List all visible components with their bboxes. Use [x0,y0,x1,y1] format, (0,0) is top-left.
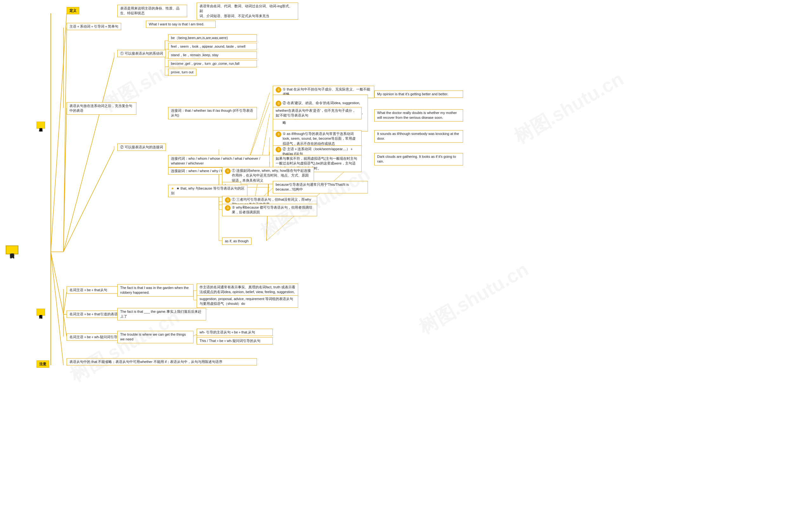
svg-line-30 [266,137,270,241]
circle-3: ① [276,132,281,137]
svg-line-7 [63,57,114,252]
feel-node: feel，seem，look，appear ,sound, taste，smel… [168,43,257,50]
struct3-label: 表语从句放在连系动词之后，充当复合句中的表语 [67,102,136,115]
common2-example: The fact is that ___ the game.事实上我们落后后来赶… [117,308,206,320]
because-text: because引导表语从句通常只用于'This/That/It is becau… [273,181,368,193]
struct4-label: ② 可以接表语从句的连接词 [117,143,166,151]
common3-text1: wh- 引导的主语从句＋be＋that.从句 [197,329,273,336]
become-node: become ,get，grow，turn ,go ,come, run,fal… [168,60,257,67]
be-node: be（being,been,am,is,are,was,were) [168,34,257,42]
definition-node: 定义 [67,7,79,14]
asif1-example: It sounds as if/though somebody was knoc… [374,130,463,142]
conjunction-label: 连接词：that / whether /as if /as though (if… [168,107,257,119]
proxy-label: 连接代词：who / whom / whose / which / what /… [168,155,270,167]
svg-line-51 [194,334,197,336]
whether-text: whether在表语从句中表'是否'，但不充当句子成分，如'不能'引导表语从句 [273,107,361,119]
svg-line-3 [51,252,63,365]
svg-line-26 [248,93,270,164]
struct2-label: ① 可以接表语从句的系动词 [117,50,166,57]
circle-6: ① [225,197,231,203]
note-node: 注意 [36,360,49,368]
whether-example: What the doctor really doubts is whether… [374,109,463,121]
asif-node: as if, as though [222,238,252,245]
definition-text1: 表语是用来说明主语的身份、性质、品生、特征和状态 [117,5,187,17]
circle-1: ① [276,87,281,93]
circle-2: ② [276,101,281,106]
svg-line-0 [51,13,67,252]
mind-map: 初中英语表语从句 定义 表语是用来说明主语的身份、性质、品生、特征和状态 表语常… [0,0,812,516]
that-why-because: ★ ★ that, why 与because 等引导表语从句的区别 [168,185,248,197]
that2-example: My opinion is that it's getting better a… [374,90,463,98]
diff2-node: ② ② why和because 都可引导表语从句，但用者强调结果，后者强调原因 [222,204,317,216]
common3-text2: This / That＋be＋wh-疑问词引导的从句 [197,337,273,345]
struct1-example: What I want to say is that I am tired. [146,21,216,28]
circle-7: ② [225,205,231,211]
asif3-example: Dark clouds are gathering. It looks as i… [374,153,463,165]
asif1-node: ① ① as if/though引导的表语从句常置于连系动词look, seem… [273,130,361,147]
prove-node: prove, turn out [168,69,196,76]
circle-4: ② [276,147,281,153]
note-text: 表语从句中的 that 不能省略；表语从句中可用whether 不能用 if；表… [67,358,257,365]
circle-5: ① [225,168,231,174]
svg-line-44 [63,315,67,336]
svg-line-6 [63,28,67,252]
common3-example: The trouble is where we can get the thin… [117,331,194,343]
common1-text2: suggestion, proposal, advice, requiremen… [197,295,298,308]
common-patterns-node: 常用句型 [36,309,45,316]
watermark-4: 树图.shutu.cn [510,66,628,150]
basic-construct-node: 基本构成 [36,121,45,129]
definition-text2: 表语常由名词、代词、数词、动词过去分词、动词-ing形式、副 词、介词短语、形容… [197,3,298,20]
svg-line-42 [63,292,67,315]
watermark-3: 树图.shutu.cn [414,257,533,341]
stand-node: stand，lie，remain ,keep, stay [168,51,257,59]
svg-line-8 [63,108,67,252]
connector-lines [0,0,812,516]
svg-line-2 [51,252,63,315]
main-topic: 初中英语表语从句 [6,245,19,254]
svg-line-9 [63,149,114,252]
common1-example: The fact is that I was in the garden whe… [117,284,194,297]
struct1-node: 主语＋系动词＋引导词＋简单句 [67,23,121,30]
